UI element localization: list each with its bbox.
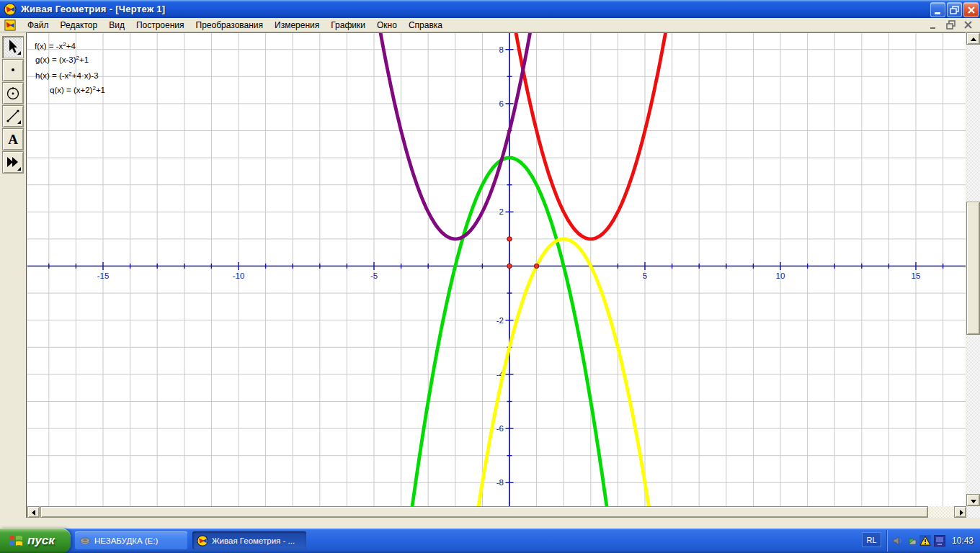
doc-restore-button[interactable] (945, 19, 957, 30)
restore-icon (948, 3, 963, 18)
y-tick-label: 8 (499, 45, 504, 54)
vertical-scrollbar[interactable] (966, 32, 980, 506)
x-tick-label: -10 (233, 271, 245, 280)
menu-item-7[interactable]: Графики (325, 19, 371, 32)
y-tick-label: -8 (496, 478, 504, 487)
safely-remove-icon[interactable] (906, 535, 917, 547)
function-label-g[interactable]: g(x) = (x-3)2+1 (35, 55, 89, 64)
document-icon[interactable] (4, 19, 16, 31)
scroll-right-button[interactable] (954, 506, 966, 518)
windows-flag-icon (7, 532, 24, 549)
doc-close-button[interactable] (963, 19, 974, 30)
point-icon (4, 60, 22, 80)
scroll-left-icon (32, 510, 35, 516)
selection-arrow-icon (4, 37, 22, 57)
scroll-right-icon (960, 510, 963, 516)
start-button[interactable]: пуск (0, 529, 71, 553)
taskbar-task-drive[interactable]: НЕЗАБУДКА (E:) (75, 531, 187, 549)
custom-tool-icon (4, 153, 22, 172)
menu-item-5[interactable]: Преобразования (190, 19, 270, 32)
text-tool[interactable]: A (2, 128, 24, 150)
title-bar: Живая Геометрия - [Чертеж 1] (0, 0, 980, 18)
point-tool[interactable] (2, 59, 24, 81)
horizontal-scroll-thumb[interactable] (40, 506, 928, 518)
scroll-up-button[interactable] (966, 32, 980, 45)
plotted-point[interactable] (507, 237, 512, 241)
tool-palette: A (0, 32, 27, 518)
window-title: Живая Геометрия - [Чертеж 1] (21, 4, 166, 14)
custom-tool[interactable] (2, 151, 24, 174)
app-icon[interactable] (4, 3, 17, 16)
x-tick-label: -15 (97, 271, 110, 280)
application-window: Живая Геометрия - [Чертеж 1] ФайлРедакто… (0, 0, 980, 553)
sketch-canvas[interactable]: -15-10-551015862-2-4-6-8 f(x) = -x2+4g(x… (27, 32, 966, 506)
task-label: НЕЗАБУДКА (E:) (94, 536, 158, 545)
function-label-q[interactable]: q(x) = (x+2)2+1 (50, 85, 105, 94)
doc-minimize-button[interactable] (928, 19, 940, 30)
coordinate-plot: -15-10-551015862-2-4-6-8 (27, 33, 966, 507)
straightedge-tool[interactable] (2, 105, 24, 127)
close-icon (964, 3, 979, 18)
taskbar-task-app[interactable]: Живая Геометрия - ... (192, 531, 306, 549)
close-button[interactable] (963, 2, 979, 17)
menu-item-9[interactable]: Справка (403, 19, 448, 32)
plotted-point[interactable] (534, 264, 538, 268)
drive-icon (79, 535, 91, 547)
restore-button[interactable] (947, 2, 962, 17)
volume-icon[interactable] (892, 535, 904, 547)
tray-separator (886, 530, 887, 552)
scroll-down-button[interactable] (966, 494, 980, 506)
task-label: Живая Геометрия - ... (212, 536, 295, 545)
text-tool-icon: A (4, 130, 22, 149)
network-icon[interactable] (934, 535, 945, 547)
y-tick-label: -6 (496, 424, 504, 433)
minimize-icon (931, 3, 946, 18)
menu-item-8[interactable]: Окно (371, 19, 403, 32)
x-tick-label: 10 (776, 271, 785, 280)
scroll-down-icon (971, 500, 976, 503)
menu-item-3[interactable]: Вид (103, 19, 130, 32)
curve-q (27, 33, 966, 239)
straightedge-icon (4, 107, 22, 126)
menu-item-4[interactable]: Построения (130, 19, 190, 32)
start-label: пуск (27, 534, 55, 548)
compass-tool[interactable] (2, 82, 24, 104)
minimize-button[interactable] (930, 2, 945, 17)
language-indicator[interactable]: RL (862, 532, 881, 547)
vertical-scroll-thumb[interactable] (966, 202, 980, 335)
clock[interactable]: 10:43 (947, 529, 979, 553)
x-tick-label: 5 (643, 271, 647, 280)
y-tick-label: 2 (499, 207, 504, 216)
status-strip (0, 518, 980, 529)
y-tick-label: -2 (496, 316, 504, 325)
menu-items: ФайлРедакторВидПостроенияПреобразованияИ… (22, 18, 448, 32)
y-tick-label: 6 (499, 99, 504, 108)
x-tick-label: -5 (370, 271, 378, 280)
horizontal-scrollbar[interactable] (27, 506, 966, 518)
svg-text:A: A (8, 132, 18, 147)
curve-f (27, 158, 966, 507)
curve-g (27, 33, 966, 239)
document-window-controls (928, 19, 974, 30)
menu-item-6[interactable]: Измерения (269, 19, 325, 32)
app-icon (197, 535, 208, 547)
function-label-f[interactable]: f(x) = -x2+4 (35, 41, 76, 50)
alert-icon[interactable] (919, 535, 931, 547)
scrollbar-corner (966, 506, 980, 518)
selection-arrow-tool[interactable] (2, 36, 24, 58)
menu-bar: ФайлРедакторВидПостроенияПреобразованияИ… (0, 18, 980, 32)
menu-item-2[interactable]: Редактор (55, 19, 104, 32)
x-tick-label: 15 (912, 271, 921, 280)
scroll-left-button[interactable] (27, 506, 40, 518)
compass-icon (4, 84, 22, 103)
function-label-h[interactable]: h(x) = (-x2+4·x)-3 (35, 71, 99, 80)
taskbar: пуск НЕЗАБУДКА (E:) Живая Геометрия - ..… (0, 529, 980, 553)
plotted-point[interactable] (507, 264, 512, 268)
scroll-up-icon (971, 37, 976, 41)
menu-item-1[interactable]: Файл (22, 19, 55, 32)
